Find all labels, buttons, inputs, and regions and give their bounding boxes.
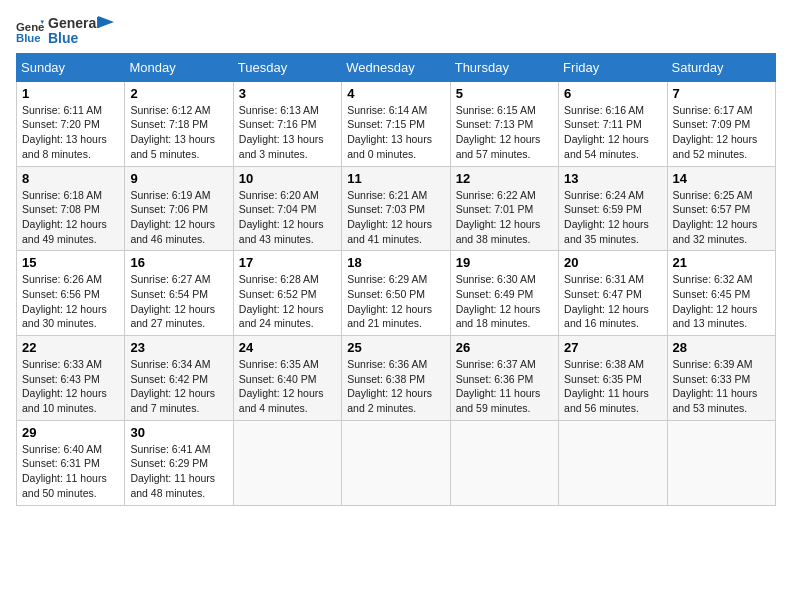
calendar-cell: 11Sunrise: 6:21 AMSunset: 7:03 PMDayligh… (342, 166, 450, 251)
day-info: Sunrise: 6:14 AMSunset: 7:15 PMDaylight:… (347, 103, 444, 162)
col-header-wednesday: Wednesday (342, 53, 450, 81)
day-number: 9 (130, 171, 227, 186)
calendar-cell: 17Sunrise: 6:28 AMSunset: 6:52 PMDayligh… (233, 251, 341, 336)
calendar-cell: 5Sunrise: 6:15 AMSunset: 7:13 PMDaylight… (450, 81, 558, 166)
calendar-header-row: SundayMondayTuesdayWednesdayThursdayFrid… (17, 53, 776, 81)
calendar-week-row: 1Sunrise: 6:11 AMSunset: 7:20 PMDaylight… (17, 81, 776, 166)
day-number: 3 (239, 86, 336, 101)
day-info: Sunrise: 6:30 AMSunset: 6:49 PMDaylight:… (456, 272, 553, 331)
col-header-friday: Friday (559, 53, 667, 81)
col-header-sunday: Sunday (17, 53, 125, 81)
calendar-cell: 21Sunrise: 6:32 AMSunset: 6:45 PMDayligh… (667, 251, 775, 336)
day-number: 23 (130, 340, 227, 355)
day-info: Sunrise: 6:24 AMSunset: 6:59 PMDaylight:… (564, 188, 661, 247)
calendar-cell: 3Sunrise: 6:13 AMSunset: 7:16 PMDaylight… (233, 81, 341, 166)
col-header-monday: Monday (125, 53, 233, 81)
day-info: Sunrise: 6:22 AMSunset: 7:01 PMDaylight:… (456, 188, 553, 247)
day-info: Sunrise: 6:12 AMSunset: 7:18 PMDaylight:… (130, 103, 227, 162)
calendar-cell: 16Sunrise: 6:27 AMSunset: 6:54 PMDayligh… (125, 251, 233, 336)
day-number: 22 (22, 340, 119, 355)
day-number: 1 (22, 86, 119, 101)
day-info: Sunrise: 6:37 AMSunset: 6:36 PMDaylight:… (456, 357, 553, 416)
calendar-cell (559, 420, 667, 505)
calendar-cell: 26Sunrise: 6:37 AMSunset: 6:36 PMDayligh… (450, 336, 558, 421)
calendar-cell: 13Sunrise: 6:24 AMSunset: 6:59 PMDayligh… (559, 166, 667, 251)
day-info: Sunrise: 6:32 AMSunset: 6:45 PMDaylight:… (673, 272, 770, 331)
calendar-cell: 25Sunrise: 6:36 AMSunset: 6:38 PMDayligh… (342, 336, 450, 421)
day-number: 10 (239, 171, 336, 186)
day-info: Sunrise: 6:29 AMSunset: 6:50 PMDaylight:… (347, 272, 444, 331)
calendar-cell: 28Sunrise: 6:39 AMSunset: 6:33 PMDayligh… (667, 336, 775, 421)
day-number: 15 (22, 255, 119, 270)
logo-icon: General Blue (16, 17, 44, 45)
calendar-cell: 8Sunrise: 6:18 AMSunset: 7:08 PMDaylight… (17, 166, 125, 251)
day-number: 20 (564, 255, 661, 270)
day-number: 19 (456, 255, 553, 270)
calendar-cell: 15Sunrise: 6:26 AMSunset: 6:56 PMDayligh… (17, 251, 125, 336)
day-number: 24 (239, 340, 336, 355)
day-info: Sunrise: 6:20 AMSunset: 7:04 PMDaylight:… (239, 188, 336, 247)
day-info: Sunrise: 6:40 AMSunset: 6:31 PMDaylight:… (22, 442, 119, 501)
calendar-week-row: 22Sunrise: 6:33 AMSunset: 6:43 PMDayligh… (17, 336, 776, 421)
day-info: Sunrise: 6:26 AMSunset: 6:56 PMDaylight:… (22, 272, 119, 331)
calendar-cell: 29Sunrise: 6:40 AMSunset: 6:31 PMDayligh… (17, 420, 125, 505)
day-info: Sunrise: 6:35 AMSunset: 6:40 PMDaylight:… (239, 357, 336, 416)
day-info: Sunrise: 6:41 AMSunset: 6:29 PMDaylight:… (130, 442, 227, 501)
calendar-week-row: 8Sunrise: 6:18 AMSunset: 7:08 PMDaylight… (17, 166, 776, 251)
calendar-table: SundayMondayTuesdayWednesdayThursdayFrid… (16, 53, 776, 506)
day-number: 2 (130, 86, 227, 101)
day-info: Sunrise: 6:39 AMSunset: 6:33 PMDaylight:… (673, 357, 770, 416)
day-number: 8 (22, 171, 119, 186)
day-number: 18 (347, 255, 444, 270)
day-number: 14 (673, 171, 770, 186)
calendar-week-row: 15Sunrise: 6:26 AMSunset: 6:56 PMDayligh… (17, 251, 776, 336)
day-number: 4 (347, 86, 444, 101)
calendar-cell (667, 420, 775, 505)
calendar-cell (342, 420, 450, 505)
day-number: 6 (564, 86, 661, 101)
calendar-cell: 6Sunrise: 6:16 AMSunset: 7:11 PMDaylight… (559, 81, 667, 166)
day-number: 28 (673, 340, 770, 355)
calendar-cell: 2Sunrise: 6:12 AMSunset: 7:18 PMDaylight… (125, 81, 233, 166)
day-info: Sunrise: 6:19 AMSunset: 7:06 PMDaylight:… (130, 188, 227, 247)
day-number: 11 (347, 171, 444, 186)
day-info: Sunrise: 6:38 AMSunset: 6:35 PMDaylight:… (564, 357, 661, 416)
calendar-cell: 9Sunrise: 6:19 AMSunset: 7:06 PMDaylight… (125, 166, 233, 251)
calendar-cell (233, 420, 341, 505)
col-header-tuesday: Tuesday (233, 53, 341, 81)
day-info: Sunrise: 6:25 AMSunset: 6:57 PMDaylight:… (673, 188, 770, 247)
logo-text-general: General (48, 16, 100, 31)
day-number: 16 (130, 255, 227, 270)
calendar-cell: 12Sunrise: 6:22 AMSunset: 7:01 PMDayligh… (450, 166, 558, 251)
col-header-thursday: Thursday (450, 53, 558, 81)
day-info: Sunrise: 6:28 AMSunset: 6:52 PMDaylight:… (239, 272, 336, 331)
calendar-cell: 10Sunrise: 6:20 AMSunset: 7:04 PMDayligh… (233, 166, 341, 251)
day-number: 13 (564, 171, 661, 186)
day-number: 27 (564, 340, 661, 355)
day-info: Sunrise: 6:33 AMSunset: 6:43 PMDaylight:… (22, 357, 119, 416)
calendar-cell: 20Sunrise: 6:31 AMSunset: 6:47 PMDayligh… (559, 251, 667, 336)
calendar-cell: 30Sunrise: 6:41 AMSunset: 6:29 PMDayligh… (125, 420, 233, 505)
logo-flag-icon (98, 16, 114, 36)
day-info: Sunrise: 6:27 AMSunset: 6:54 PMDaylight:… (130, 272, 227, 331)
day-number: 7 (673, 86, 770, 101)
calendar-cell: 18Sunrise: 6:29 AMSunset: 6:50 PMDayligh… (342, 251, 450, 336)
calendar-cell: 14Sunrise: 6:25 AMSunset: 6:57 PMDayligh… (667, 166, 775, 251)
day-number: 30 (130, 425, 227, 440)
day-info: Sunrise: 6:16 AMSunset: 7:11 PMDaylight:… (564, 103, 661, 162)
calendar-cell: 24Sunrise: 6:35 AMSunset: 6:40 PMDayligh… (233, 336, 341, 421)
page-header: General Blue General Blue (16, 16, 776, 47)
calendar-cell (450, 420, 558, 505)
calendar-cell: 19Sunrise: 6:30 AMSunset: 6:49 PMDayligh… (450, 251, 558, 336)
day-info: Sunrise: 6:31 AMSunset: 6:47 PMDaylight:… (564, 272, 661, 331)
day-info: Sunrise: 6:15 AMSunset: 7:13 PMDaylight:… (456, 103, 553, 162)
day-info: Sunrise: 6:21 AMSunset: 7:03 PMDaylight:… (347, 188, 444, 247)
calendar-week-row: 29Sunrise: 6:40 AMSunset: 6:31 PMDayligh… (17, 420, 776, 505)
svg-marker-3 (98, 16, 114, 28)
logo: General Blue General Blue (16, 16, 114, 47)
calendar-cell: 22Sunrise: 6:33 AMSunset: 6:43 PMDayligh… (17, 336, 125, 421)
svg-text:Blue: Blue (16, 32, 41, 44)
day-info: Sunrise: 6:34 AMSunset: 6:42 PMDaylight:… (130, 357, 227, 416)
calendar-cell: 7Sunrise: 6:17 AMSunset: 7:09 PMDaylight… (667, 81, 775, 166)
day-info: Sunrise: 6:13 AMSunset: 7:16 PMDaylight:… (239, 103, 336, 162)
